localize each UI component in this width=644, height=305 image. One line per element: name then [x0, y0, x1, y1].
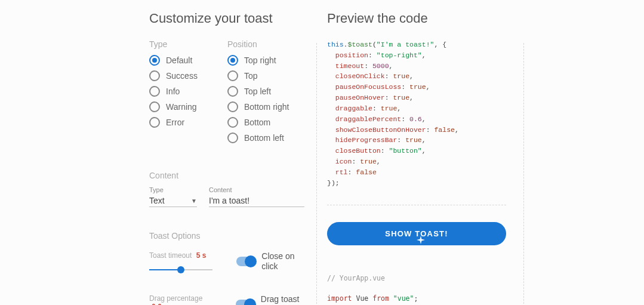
- drag-close-toggle[interactable]: Drag toast to close: [236, 294, 304, 305]
- chevron-down-icon: ▼: [191, 198, 197, 204]
- position-radio-label: Bottom: [244, 118, 270, 127]
- timeout-value: 5 s: [196, 251, 207, 260]
- snippet2-comment: // YourApp.vue: [327, 274, 385, 282]
- type-radio-label: Default: [166, 56, 192, 65]
- radio-icon: [149, 117, 160, 128]
- position-radio-label: Bottom right: [244, 102, 289, 112]
- position-radio-label: Top: [244, 71, 258, 81]
- position-radio-bottom-right[interactable]: Bottom right: [227, 101, 289, 112]
- type-radio-default[interactable]: Default: [149, 55, 198, 66]
- options-heading: Toast Options: [149, 231, 304, 241]
- drag-percent-value: 0.6: [152, 303, 162, 305]
- timeout-slider[interactable]: [149, 266, 212, 274]
- position-radio-top-left[interactable]: Top left: [227, 86, 289, 97]
- radio-icon: [149, 70, 160, 81]
- content-text-input[interactable]: [209, 195, 304, 207]
- position-radio-top-right[interactable]: Top right: [227, 55, 289, 66]
- type-column: Type DefaultSuccessInfoWarningError: [149, 39, 198, 148]
- content-type-label: Type: [149, 186, 197, 193]
- type-section-label: Type: [149, 39, 198, 49]
- type-radio-info[interactable]: Info: [149, 86, 198, 97]
- timeout-label: Toast timeout 5 s: [149, 251, 212, 260]
- drag-percent-label: Drag percentage 0.6: [149, 294, 212, 305]
- type-radio-label: Error: [166, 118, 184, 127]
- type-radio-warning[interactable]: Warning: [149, 101, 198, 112]
- position-radio-label: Bottom left: [244, 133, 284, 143]
- type-radio-label: Success: [166, 71, 198, 81]
- type-radio-error[interactable]: Error: [149, 117, 198, 128]
- customize-heading: Customize your toast: [149, 11, 304, 26]
- content-heading: Content: [149, 171, 304, 180]
- content-type-select[interactable]: Text ▼: [149, 195, 197, 207]
- secondary-snippet: // YourApp.vue import Vue from "vue";: [327, 273, 506, 304]
- radio-icon: [227, 55, 238, 66]
- type-radio-label: Warning: [166, 102, 197, 112]
- position-section-label: Position: [227, 39, 289, 49]
- close-on-click-toggle[interactable]: Close on click: [236, 251, 304, 272]
- radio-icon: [149, 55, 160, 66]
- content-type-value: Text: [149, 196, 165, 205]
- drag-close-label: Drag toast to close: [261, 294, 304, 305]
- position-radio-bottom[interactable]: Bottom: [227, 117, 289, 128]
- position-radio-top[interactable]: Top: [227, 70, 289, 81]
- code-preview: this.$toast("I'm a toast!", { position: …: [327, 39, 506, 205]
- preview-heading: Preview the code: [327, 11, 506, 26]
- position-radio-bottom-left[interactable]: Bottom left: [227, 133, 289, 143]
- content-text-label: Content: [209, 186, 304, 193]
- type-radio-success[interactable]: Success: [149, 70, 198, 81]
- radio-icon: [149, 101, 160, 112]
- radio-icon: [227, 133, 238, 143]
- position-radio-label: Top right: [244, 56, 276, 65]
- show-toast-button[interactable]: SHOW TOAST!: [327, 222, 506, 245]
- radio-icon: [149, 86, 160, 97]
- radio-icon: [227, 117, 238, 128]
- position-column: Position Top rightTopTop leftBottom righ…: [227, 39, 289, 148]
- radio-icon: [227, 101, 238, 112]
- position-radio-label: Top left: [244, 87, 271, 96]
- type-radio-label: Info: [166, 87, 180, 96]
- radio-icon: [227, 70, 238, 81]
- close-on-click-label: Close on click: [261, 251, 304, 272]
- radio-icon: [227, 86, 238, 97]
